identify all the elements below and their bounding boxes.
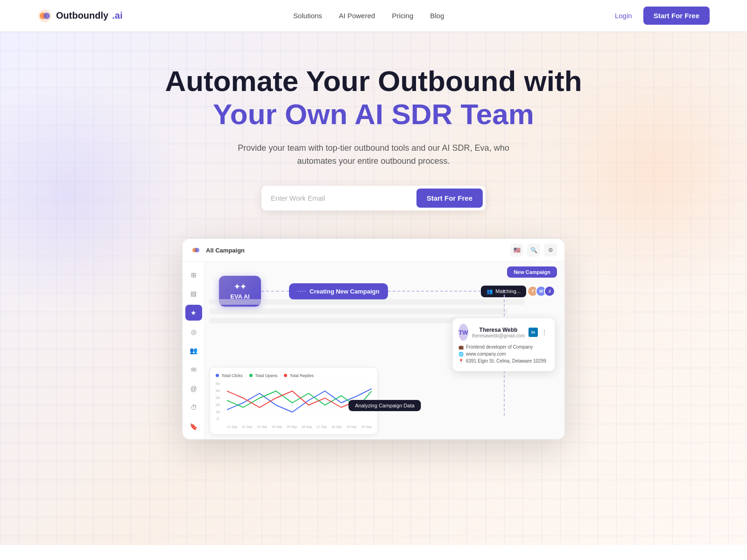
logo-icon (37, 8, 52, 23)
creating-campaign-label: Creating New Campaign (310, 288, 380, 295)
role-icon: 💼 (458, 345, 464, 350)
svg-point-2 (43, 13, 50, 19)
legend-clicks: Total Clicks (216, 373, 243, 378)
avatar-group: T M J (530, 286, 555, 297)
sparkle-icon: ✦✦ (227, 282, 253, 291)
contact-avatar: TW (458, 324, 468, 341)
sidebar-item-at[interactable]: @ (185, 380, 202, 397)
sidebar-item-star[interactable]: ★ (185, 305, 202, 321)
flow-line-1 (261, 291, 289, 292)
avatar-3: J (544, 286, 555, 297)
hero-title-main: Automate Your Outbound with (165, 65, 582, 97)
hero-email-form: Start For Free (261, 186, 486, 210)
svg-point-4 (195, 248, 199, 252)
sidebar-item-layout[interactable]: ▤ (185, 286, 202, 302)
legend-opens: Total Opens (249, 373, 277, 378)
linkedin-icon[interactable]: in (529, 328, 538, 337)
nav-ai-powered[interactable]: AI Powered (339, 12, 375, 20)
table-row-1 (210, 299, 525, 305)
sidebar-item-globe[interactable]: ◎ (185, 323, 202, 340)
legend-dot-opens (249, 374, 253, 377)
settings-icon[interactable]: ⚙ (544, 244, 557, 257)
sidebar-item-timer[interactable]: ⏱ (185, 399, 202, 416)
hero-submit-button[interactable]: Start For Free (416, 189, 483, 208)
app-logo-icon (190, 245, 201, 256)
legend-dot-clicks (216, 374, 219, 377)
chart-y-labels: 50403020100 (216, 382, 220, 421)
matching-label: Matching... (495, 288, 521, 294)
app-mockup: All Campaign 🇺🇸 🔍 ⚙ ⊞ ▤ ★ ◎ (182, 238, 565, 440)
dots-icon: ···· (297, 288, 307, 294)
address-icon: 📍 (458, 359, 464, 364)
contact-name: Theresa Webb (472, 327, 525, 333)
hero-section: Automate Your Outbound with Your Own AI … (0, 32, 747, 545)
contact-website: 🌐 www.company.com (458, 351, 549, 357)
contact-address: 📍 6391 Elgin St. Celina, Delaware 10299 (458, 358, 549, 364)
navbar: Outboundly.ai Solutions AI Powered Prici… (0, 0, 747, 32)
nav-solutions[interactable]: Solutions (293, 12, 322, 20)
chart-x-labels: 11 Sep12 Sep13 Sep14 Sep15 Sep 16 Sep17 … (227, 425, 372, 428)
analyzing-badge: Analyzing Campaign Data (348, 400, 421, 411)
logo[interactable]: Outboundly.ai (37, 8, 122, 23)
hero-title: Automate Your Outbound with Your Own AI … (37, 64, 710, 131)
flow-line-2 (388, 291, 481, 292)
app-header: All Campaign 🇺🇸 🔍 ⚙ (183, 239, 564, 262)
app-mockup-container: All Campaign 🇺🇸 🔍 ⚙ ⊞ ▤ ★ ◎ (182, 238, 565, 440)
email-input[interactable] (271, 194, 416, 202)
brand-name: Outboundly (56, 10, 108, 21)
contact-info: Theresa Webb theresawebb@gmail.com (472, 327, 525, 338)
chart-legend: Total Clicks Total Opens Total Replies (216, 373, 372, 378)
hero-subtitle: Provide your team with top-tier outbound… (229, 141, 518, 168)
legend-replies: Total Replies (284, 373, 314, 378)
brand-suffix: .ai (112, 10, 122, 21)
sidebar-item-bookmark[interactable]: 🔖 (185, 419, 202, 435)
nav-pricing[interactable]: Pricing (392, 12, 413, 20)
app-header-right: 🇺🇸 🔍 ⚙ (510, 244, 557, 257)
app-all-campaign-title: All Campaign (206, 247, 245, 254)
contact-card-actions: in ⋮ (529, 328, 549, 337)
sidebar-item-grid[interactable]: ⊞ (185, 266, 202, 283)
search-icon[interactable]: 🔍 (527, 244, 540, 257)
matching-icon: 👥 (486, 288, 493, 294)
contact-role: 💼 Frontend developer of Company (458, 344, 549, 350)
more-options-icon[interactable]: ⋮ (540, 328, 549, 337)
hero-title-accent: Your Own AI SDR Team (213, 98, 534, 130)
nav-actions: Login Start For Free (615, 7, 710, 25)
nav-cta-button[interactable]: Start For Free (643, 7, 710, 25)
sidebar-item-users[interactable]: 👥 (185, 343, 202, 359)
table-row-2 (210, 308, 507, 314)
hero-content: Automate Your Outbound with Your Own AI … (37, 64, 710, 440)
contact-card: TW Theresa Webb theresawebb@gmail.com in… (452, 318, 555, 371)
app-header-left: All Campaign (190, 245, 245, 256)
nav-blog[interactable]: Blog (430, 12, 444, 20)
contact-email: theresawebb@gmail.com (472, 333, 525, 338)
app-body: ⊞ ▤ ★ ◎ 👥 ✉ @ ⏱ 🔖 New Campaign (183, 262, 564, 439)
creating-campaign-badge: ···· Creating New Campaign (289, 283, 388, 300)
website-icon: 🌐 (458, 352, 464, 357)
app-sidebar: ⊞ ▤ ★ ◎ 👥 ✉ @ ⏱ 🔖 (183, 262, 205, 439)
nav-links: Solutions AI Powered Pricing Blog (293, 12, 444, 20)
legend-dot-replies (284, 374, 287, 377)
flag-icon[interactable]: 🇺🇸 (510, 244, 523, 257)
contact-card-header: TW Theresa Webb theresawebb@gmail.com in… (458, 324, 549, 341)
sidebar-item-inbox[interactable]: ✉ (185, 362, 202, 378)
login-link[interactable]: Login (615, 12, 632, 20)
app-main-content: New Campaign ✦✦ EVA AI ···· Creating New… (205, 262, 564, 439)
